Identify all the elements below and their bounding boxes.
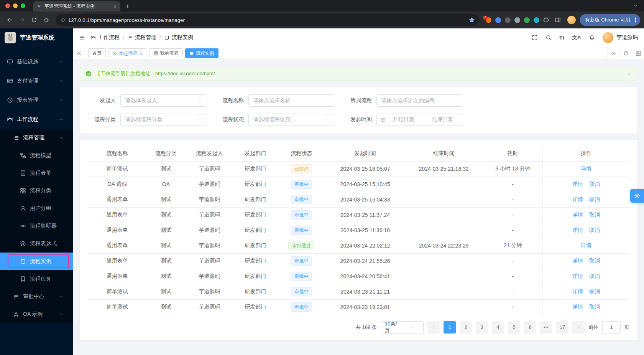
cancel-link[interactable]: 取消 [589,288,600,294]
scroll-tags-left-icon[interactable] [73,47,85,59]
cancel-link[interactable]: 取消 [589,273,600,279]
cancel-link[interactable]: 取消 [589,227,600,233]
start-time-daterange[interactable]: 开始日期-结束日期 [376,114,463,126]
reload-button[interactable] [28,14,40,26]
page-size-select[interactable]: 10条/页 [381,321,424,334]
detail-link[interactable]: 详情 [572,211,583,218]
sidebar-item-process-task[interactable]: 流程任务 [0,270,73,288]
detail-link[interactable]: 详情 [572,181,583,187]
new-tab-button[interactable]: + [126,2,130,10]
extension-leaf-icon[interactable] [524,17,530,23]
detail-link[interactable]: 详情 [572,288,583,294]
page-button-2[interactable]: 2 [460,321,472,334]
browser-profile-avatar[interactable] [567,16,576,24]
language-icon[interactable]: 文A [572,34,581,41]
cancel-link[interactable]: 取消 [589,304,600,310]
sidebar-item-oa-example[interactable]: OA 示例 [0,305,73,323]
minimize-window-button[interactable] [13,3,18,8]
page-button-4[interactable]: 4 [492,321,504,334]
cancel-link[interactable]: 取消 [589,181,600,187]
forward-button[interactable] [16,14,28,26]
layout-grid-icon[interactable] [632,47,644,59]
sidebar-item-payment[interactable]: 支付管理 [0,71,73,91]
browser-tab[interactable]: 芋道管理系统 - 流程实例 × [33,1,120,12]
side-panel-icon[interactable] [552,14,564,26]
refresh-page-icon[interactable] [619,47,632,59]
sidebar-item-process-listener[interactable]: 流程监听器 [0,217,73,235]
tab-search-icon[interactable] [632,2,639,10]
breadcrumb-item-process-instance[interactable]: 流程实例 [164,34,193,41]
sidebar-item-workflow[interactable]: 工作流程 [0,110,73,129]
close-notice-icon[interactable] [627,71,631,76]
goto-page-input[interactable] [602,321,621,334]
font-size-icon[interactable]: Tt [559,35,564,41]
detail-link[interactable]: 详情 [581,242,591,248]
next-page-button[interactable] [572,321,585,334]
bookmark-star-icon[interactable] [469,17,475,23]
page-button-17[interactable]: 17 [556,321,568,334]
notice-link[interactable]: https://doc.iocoder.cn/bpm/ [155,71,215,76]
close-window-button[interactable] [5,3,10,8]
theme-settings-button[interactable] [630,189,644,203]
sidebar-item-process-instance[interactable]: 流程实例 [0,253,73,270]
chrome-update-chip[interactable]: 有新版 Chrome 可用 [580,14,640,26]
extension-globe-icon[interactable] [505,17,511,23]
user-menu[interactable]: 芋道源码 [603,32,638,43]
sidebar-item-approval-center[interactable]: 审批中心 [0,288,73,305]
extension-pin-icon[interactable] [495,17,501,23]
process-def-input[interactable] [376,94,463,107]
category-select[interactable]: 请选择流程分类 [120,114,207,126]
filter-item-starter: 发起人请选择发起人 [89,94,207,107]
detail-link[interactable]: 详情 [572,273,583,279]
detail-link[interactable]: 详情 [572,196,583,202]
notification-bell-icon[interactable] [589,35,595,41]
breadcrumb-item-process-manage[interactable]: 流程管理 [127,34,156,41]
address-bar[interactable]: 127.0.0.1/bpm/manager/process-instance/m… [56,14,480,26]
sidebar-item-process-form[interactable]: 流程表单 [0,164,73,182]
home-button[interactable] [41,14,52,26]
fullscreen-icon[interactable] [532,35,538,41]
page-button-3[interactable]: 3 [476,321,488,334]
detail-link[interactable]: 详情 [572,304,583,310]
search-icon[interactable] [545,35,552,41]
process-name-input[interactable] [248,94,335,107]
cancel-link[interactable]: 取消 [589,258,600,264]
collapse-menu-icon[interactable] [79,35,85,41]
sidebar-item-process-model[interactable]: 流程模型 [0,147,73,164]
scroll-tags-right-icon[interactable] [607,47,619,59]
back-button[interactable] [4,14,15,26]
sidebar-item-report[interactable]: 报表管理 [0,91,73,110]
extension-circle-icon[interactable] [514,17,520,23]
tag-home[interactable]: 首页 [88,48,106,58]
cancel-link[interactable]: 取消 [589,211,600,218]
status-select[interactable]: 请选择流程状态 [248,114,335,126]
site-info-icon[interactable] [61,18,65,22]
tag-my-process[interactable]: 我的流程 [150,48,183,58]
zoom-window-button[interactable] [21,3,25,8]
cancel-link[interactable]: 取消 [589,196,600,202]
more-pages-button[interactable]: ••• [540,321,552,334]
page-button-5[interactable]: 5 [508,321,520,334]
sidebar-item-infrastructure[interactable]: 基础设施 [0,52,73,71]
tag-process-instance[interactable]: 流程实例 [185,48,219,58]
starter-select[interactable]: 请选择发起人 [120,94,207,107]
prev-page-button[interactable] [427,321,440,334]
page-button-1[interactable]: 1 [444,321,456,334]
tag-start-process[interactable]: 发起流程× [108,48,147,58]
sidebar-item-process-category[interactable]: 流程分类 [0,182,73,200]
extension-shield-icon[interactable] [534,17,539,23]
sidebar-item-process-expression[interactable]: 流程表达式 [0,235,73,253]
extension-grid-icon[interactable]: 7 [486,17,491,23]
detail-link[interactable]: 详情 [581,165,591,172]
extensions-puzzle-icon[interactable] [543,17,549,23]
sidebar-item-user-group[interactable]: 用户分组 [0,200,73,217]
detail-link[interactable]: 详情 [572,227,583,233]
browser-menu-icon[interactable] [632,17,639,23]
close-tag-icon[interactable]: × [140,51,143,56]
sidebar-item-process-manage[interactable]: 流程管理 [0,129,73,147]
close-tab-icon[interactable]: × [113,3,117,10]
page-button-6[interactable]: 6 [524,321,536,334]
app-logo[interactable]: 芋道管理系统 [0,28,73,47]
breadcrumb-item-workflow[interactable]: 工作流程 [90,34,120,41]
detail-link[interactable]: 详情 [572,258,583,264]
